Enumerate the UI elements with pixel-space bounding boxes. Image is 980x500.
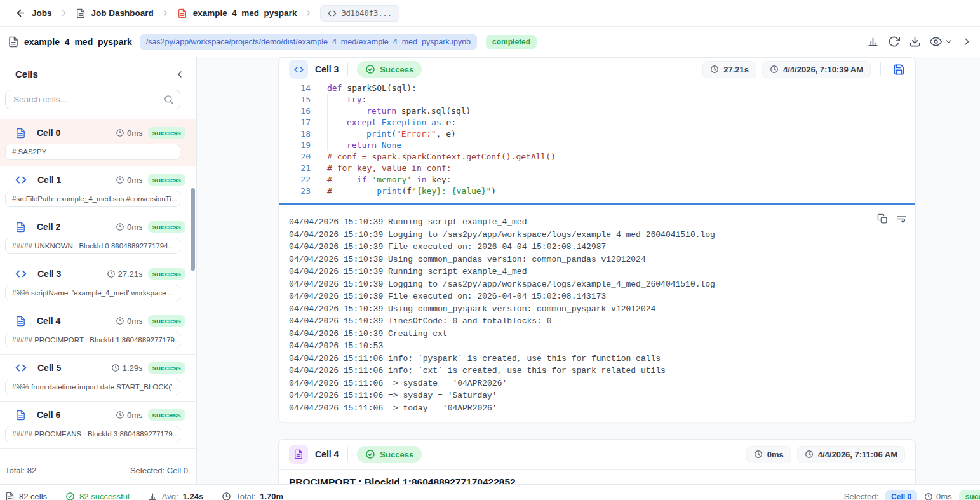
- code-line: 22# if 'memory' in key:: [279, 174, 915, 186]
- cell-name: Cell 0: [37, 128, 60, 138]
- cell-list: Cell 0 0ms success # SAS2PY Cell 1 0ms s…: [0, 119, 196, 456]
- file-header: example_4_med_pyspark /sas2py/app/worksp…: [0, 27, 980, 57]
- document-icon: [8, 36, 19, 48]
- cell-list-item[interactable]: Cell 4 0ms success ##### PROCIMPORT : Bl…: [0, 307, 196, 355]
- selected-cell-badge[interactable]: Cell 0: [885, 490, 917, 500]
- cells-sidebar: Cells Cell 0 0ms success # SAS2PY: [0, 57, 197, 484]
- cell-list-item[interactable]: Cell 5 1.29s success #%% from datetime i…: [0, 355, 196, 402]
- sidebar-scrollbar[interactable]: [191, 188, 195, 271]
- sidebar-footer: Total: 82 Selected: Cell 0: [0, 456, 196, 484]
- cell-status-badge: success: [148, 268, 185, 280]
- download-icon[interactable]: [909, 36, 921, 48]
- breadcrumb-run-hash[interactable]: 3d1b40f3...: [320, 5, 399, 22]
- breadcrumb-back[interactable]: Jobs: [15, 8, 52, 18]
- file-title: example_4_med_pyspark: [24, 37, 132, 47]
- cell-duration: 0ms: [116, 316, 143, 326]
- cell-name: Cell 4: [37, 316, 60, 326]
- status-bar: 82 cells 82 successful Avg:1.24s Total:1…: [0, 484, 980, 500]
- code-editor[interactable]: 14def sparkSQL(sql):15try:16return spark…: [279, 81, 915, 203]
- document-icon: [15, 128, 26, 139]
- cell4-output-title: PROCIMPORT : BlockId 1:86048892771704228…: [279, 470, 915, 484]
- log-line: 04/04/2026 15:10:39 Creating cxt: [289, 328, 877, 341]
- search-input[interactable]: [5, 90, 180, 109]
- back-arrow-icon: [15, 8, 26, 18]
- cell-title: Cell 3: [315, 64, 339, 74]
- cell-duration: 0ms: [116, 222, 143, 232]
- refresh-icon[interactable]: [888, 36, 900, 48]
- cell-name: Cell 1: [37, 175, 61, 185]
- cells-count: 82 cells: [5, 492, 47, 500]
- cell-status-badge: success: [148, 362, 185, 374]
- cell-duration: 27.21s: [107, 269, 143, 279]
- chevron-down-icon: [944, 37, 953, 46]
- log-line: 04/04/2026 15:10:39 Using common_pandas …: [289, 253, 877, 266]
- visibility-menu[interactable]: [930, 36, 953, 48]
- timestamp-badge: 4/4/2026, 7:10:39 AM: [762, 61, 871, 78]
- cell-duration: 0ms: [116, 410, 143, 420]
- cell-list-item[interactable]: Cell 3 27.21s success #%% scriptName='ex…: [0, 260, 196, 307]
- log-line: 04/04/2026 15:11:06 => sysday = 'Saturda…: [289, 389, 877, 402]
- cell-duration: 0ms: [116, 128, 143, 138]
- cell-name: Cell 6: [37, 410, 60, 420]
- cell-title: Cell 4: [315, 449, 339, 459]
- chart-icon[interactable]: [867, 36, 879, 48]
- cell3-card: Cell 3 Success 27.21s 4/4/2026, 7:10:39 …: [278, 57, 916, 422]
- avg-duration: Avg:1.24s: [148, 492, 203, 500]
- duration-badge: 27.21s: [702, 61, 756, 78]
- cell-status-badge: success: [148, 174, 185, 186]
- copy-icon[interactable]: [877, 213, 888, 224]
- cell-duration: 0ms: [116, 175, 143, 185]
- cell-preview: ##### PROCMEANS : BlockId 3:860488927717…: [5, 426, 180, 442]
- code-line: 23# print(f"{key}: {value}"): [279, 186, 915, 197]
- log-line: 04/04/2026 15:10:39 Running script examp…: [289, 266, 877, 278]
- document-icon: [15, 222, 26, 233]
- cell-preview: ##### PROCIMPORT : BlockId 1:86048892771…: [5, 332, 180, 348]
- cell-preview: ##### UNKNOWN : BlockId 0:86048892771794…: [5, 238, 180, 254]
- collapse-panel-icon[interactable]: [962, 36, 972, 47]
- code-icon: [15, 268, 27, 280]
- breadcrumb-file[interactable]: example_4_med_pyspark: [177, 8, 297, 18]
- check-circle-icon: [365, 449, 375, 459]
- breadcrumb-dashboard[interactable]: Job Dashboard: [76, 8, 154, 18]
- code-line: 17except Exception as e:: [279, 117, 915, 128]
- log-line: 04/04/2026 15:11:06 info: `cxt` is creat…: [289, 365, 877, 377]
- success-badge: Success: [357, 446, 422, 463]
- code-line: 15try:: [279, 94, 915, 105]
- cell-name: Cell 2: [37, 222, 60, 232]
- code-icon: [15, 174, 27, 186]
- check-circle-icon: [65, 492, 75, 500]
- clock-icon: [116, 175, 124, 184]
- cell4-card: Cell 4 Success 0ms 4/4/2026, 7:11:06 AM: [278, 439, 916, 484]
- cell-list-item[interactable]: Cell 1 0ms success #srcFilePath: example…: [0, 166, 196, 213]
- log-line: 04/04/2026 15:11:06 => sysdate = '04APR2…: [289, 377, 877, 390]
- duration-badge: 0ms: [746, 446, 791, 463]
- code-line: 16return spark.sql(sql): [279, 105, 915, 117]
- code-icon: [15, 362, 27, 374]
- cell-name: Cell 3: [37, 269, 61, 279]
- chevron-right-icon: [161, 8, 170, 18]
- log-line: 04/04/2026 15:10:39 Running script examp…: [289, 216, 877, 229]
- cell-status-badge: success: [148, 409, 185, 421]
- timestamp-badge: 4/4/2026, 7:11:06 AM: [797, 446, 905, 463]
- cell-list-item[interactable]: Cell 0 0ms success # SAS2PY: [0, 119, 196, 166]
- check-circle-icon: [365, 64, 375, 74]
- cell-list-item[interactable]: Cell 2 0ms success ##### UNKNOWN : Block…: [0, 213, 196, 260]
- main-panel: Cell 3 Success 27.21s 4/4/2026, 7:10:39 …: [197, 57, 980, 484]
- clock-icon: [107, 269, 116, 278]
- sidebar-collapse-icon[interactable]: [175, 69, 185, 79]
- clock-icon: [116, 316, 124, 325]
- search-icon: [163, 94, 174, 105]
- cell-preview: #%% from datetime import date START_BLOC…: [5, 379, 180, 395]
- cell-preview: #srcFilePath: example_4_med.sas #convers…: [5, 191, 180, 207]
- save-icon[interactable]: [893, 64, 905, 76]
- wrap-text-icon[interactable]: [896, 213, 907, 224]
- clock-icon: [222, 492, 231, 500]
- file-path-badge[interactable]: /sas2py/app/workspace/projects/demo/dist…: [140, 34, 477, 50]
- total-duration: Total:1.70m: [222, 492, 283, 500]
- clock-icon: [111, 363, 120, 372]
- cell-list-item[interactable]: Cell 6 0ms success ##### PROCMEANS : Blo…: [0, 402, 196, 449]
- clock-icon: [116, 128, 124, 137]
- successful-count: 82 successful: [65, 492, 130, 500]
- cell-duration: 1.29s: [111, 363, 143, 373]
- log-line: 04/04/2026 15:10:39 linesOfCode: 0 and t…: [289, 315, 877, 328]
